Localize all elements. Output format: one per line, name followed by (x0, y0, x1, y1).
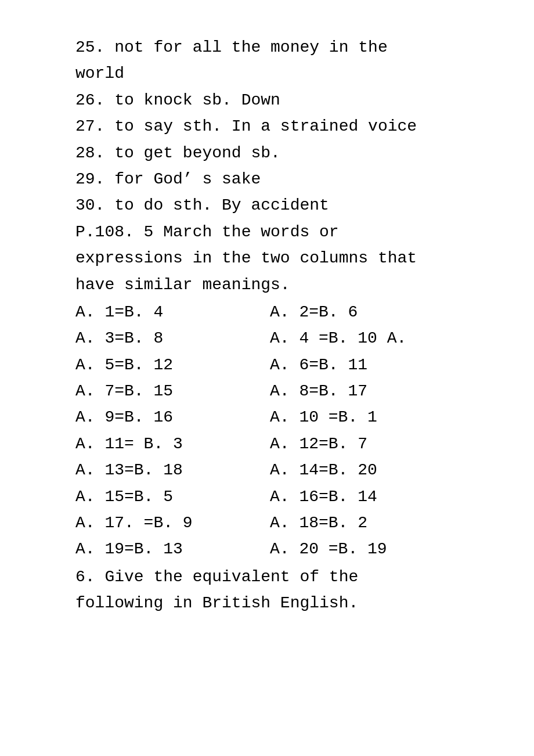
answer-row5-col1: A. 9=B. 16 (75, 405, 264, 430)
answer-row3-col2: A. 6=B. 11 (270, 352, 459, 377)
line-expressions: expressions in the two columns that (75, 246, 459, 271)
line-25b: world (75, 61, 459, 86)
answer-row9-col2: A. 18=B. 2 (270, 510, 459, 535)
answer-row4-col1: A. 7=B. 15 (75, 379, 264, 404)
footer-lines: 6. Give the equivalent of the following … (75, 564, 459, 616)
answer-row10-col1: A. 19=B. 13 (75, 537, 264, 561)
answer-row8-col1: A. 15=B. 5 (75, 484, 264, 509)
answer-row10-col2: A. 20 =B. 19 (270, 537, 459, 561)
answer-row2-col2: A. 4 =B. 10 A. (270, 326, 459, 351)
line-27: 27. to say sth. In a strained voice (75, 114, 459, 139)
answer-row5-col2: A. 10 =B. 1 (270, 405, 459, 430)
answer-row8-col2: A. 16=B. 14 (270, 484, 459, 509)
answer-row1-col1: A. 1=B. 4 (75, 300, 264, 325)
answer-row7-col2: A. 14=B. 20 (270, 458, 459, 483)
answer-row2-col1: A. 3=B. 8 (75, 326, 264, 351)
line-28: 28. to get beyond sb. (75, 141, 459, 165)
footer-line-2: following in British English. (75, 591, 459, 615)
line-meanings: have similar meanings. (75, 272, 459, 297)
main-content: 25. not for all the money in the world 2… (0, 0, 534, 652)
answer-row7-col1: A. 13=B. 18 (75, 458, 264, 483)
answer-row4-col2: A. 8=B. 17 (270, 379, 459, 404)
line-25: 25. not for all the money in the (75, 35, 459, 60)
answer-row6-col2: A. 12=B. 7 (270, 431, 459, 456)
line-26: 26. to knock sb. Down (75, 88, 459, 113)
answers-grid: A. 1=B. 4 A. 2=B. 6 A. 3=B. 8 A. 4 =B. 1… (75, 300, 459, 562)
answer-row6-col1: A. 11= B. 3 (75, 431, 264, 456)
line-p108: P.108. 5 March the words or (75, 219, 459, 244)
line-29: 29. for God’ s sake (75, 167, 459, 192)
answer-row1-col2: A. 2=B. 6 (270, 300, 459, 325)
intro-lines: 25. not for all the money in the world 2… (75, 35, 459, 297)
answer-row9-col1: A. 17. =B. 9 (75, 510, 264, 535)
answer-row3-col1: A. 5=B. 12 (75, 352, 264, 377)
footer-line-1: 6. Give the equivalent of the (75, 564, 459, 589)
line-30: 30. to do sth. By accident (75, 193, 459, 218)
